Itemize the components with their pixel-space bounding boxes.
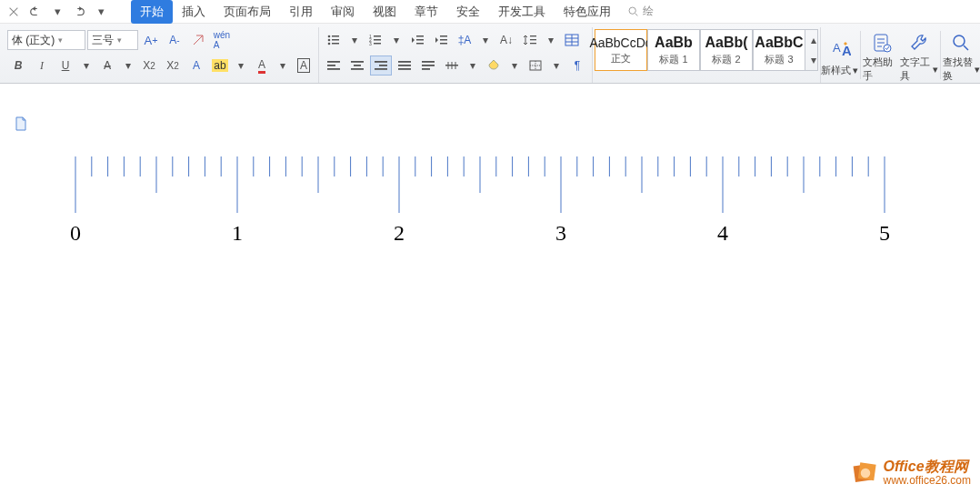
tab-stops-dropdown[interactable]: ▾	[465, 55, 481, 76]
numbering-dropdown[interactable]: ▾	[388, 30, 405, 50]
text-direction-button[interactable]: ‡A	[454, 30, 475, 50]
strikethrough-button[interactable]: A̶	[96, 55, 118, 76]
new-style-button[interactable]: AA 新样式▾	[821, 27, 858, 83]
tab-home[interactable]: 开始	[131, 0, 173, 24]
watermark-url: www.office26.com	[884, 475, 972, 487]
tab-developer[interactable]: 开发工具	[489, 0, 555, 24]
font-color-button[interactable]: A	[251, 55, 273, 76]
bullets-button[interactable]	[323, 30, 345, 50]
svg-point-1	[328, 35, 331, 38]
search-box[interactable]: 绘	[627, 4, 654, 19]
paragraph-mark-button[interactable]: ¶	[566, 55, 588, 76]
undo-dropdown[interactable]: ▾	[47, 2, 67, 22]
svg-rect-8	[374, 35, 381, 37]
tab-view[interactable]: 视图	[364, 0, 405, 24]
bullets-dropdown[interactable]: ▾	[346, 30, 363, 50]
search-input[interactable]: 绘	[643, 4, 654, 19]
svg-text:3: 3	[369, 41, 372, 46]
text-tool-button[interactable]: 文字工具▾	[900, 27, 937, 83]
find-replace-button[interactable]: 查找替换▾	[943, 27, 980, 83]
shading-dropdown[interactable]: ▾	[506, 55, 523, 76]
chevron-down-icon: ▾	[853, 65, 858, 76]
shading-button[interactable]	[483, 55, 505, 76]
chevron-down-icon: ▾	[117, 35, 122, 45]
svg-rect-6	[332, 43, 339, 45]
grow-font-button[interactable]: A+	[140, 30, 162, 50]
increase-indent-button[interactable]	[430, 30, 452, 50]
tab-security[interactable]: 安全	[447, 0, 489, 24]
font-name-value: 体 (正文)	[12, 33, 55, 48]
style-heading1[interactable]: AaBb 标题 1	[647, 29, 700, 71]
text-direction-dropdown[interactable]: ▾	[477, 30, 494, 50]
tab-addins[interactable]: 特色应用	[555, 0, 620, 24]
align-left-button[interactable]	[323, 55, 345, 76]
highlight-dropdown[interactable]: ▾	[233, 55, 249, 76]
svg-rect-36	[422, 65, 435, 66]
subscript-button[interactable]: X2	[162, 55, 184, 76]
styles-scroll-down[interactable]: ▾	[805, 50, 822, 70]
line-spacing-button[interactable]	[519, 30, 541, 50]
font-color-dropdown[interactable]: ▾	[275, 55, 291, 76]
style-heading3[interactable]: AaBbC 标题 3	[753, 29, 805, 71]
svg-rect-10	[374, 39, 381, 41]
italic-button[interactable]: I	[31, 55, 53, 76]
svg-rect-30	[379, 65, 387, 66]
doc-helper-button[interactable]: 文档助手	[863, 27, 900, 83]
char-border-button[interactable]: A	[293, 55, 315, 76]
clear-format-button[interactable]	[187, 30, 209, 50]
strike-dropdown[interactable]: ▾	[120, 55, 136, 76]
svg-rect-21	[530, 43, 536, 44]
undo-button[interactable]	[25, 2, 45, 22]
font-size-value: 三号	[92, 33, 114, 48]
tab-insert[interactable]: 插入	[173, 0, 215, 24]
numbering-button[interactable]: 123	[365, 30, 386, 50]
borders-dropdown[interactable]: ▾	[548, 55, 565, 76]
font-size-combo[interactable]: 三号▾	[87, 30, 138, 50]
phonetic-button[interactable]: wénA	[211, 30, 233, 50]
page-icon	[15, 116, 27, 134]
tab-stops-button[interactable]	[441, 55, 463, 76]
borders-button[interactable]	[525, 55, 546, 76]
redo-button[interactable]	[69, 2, 89, 22]
style-name-label: 标题 3	[765, 53, 793, 66]
qat-dropdown[interactable]: ▾	[91, 2, 111, 22]
sort-button[interactable]: A↓	[495, 30, 517, 50]
svg-rect-4	[332, 39, 339, 41]
tab-review[interactable]: 审阅	[322, 0, 364, 24]
line-spacing-dropdown[interactable]: ▾	[543, 30, 559, 50]
new-style-icon: AA	[827, 36, 853, 62]
align-justify-button[interactable]	[394, 55, 415, 76]
tab-chapters[interactable]: 章节	[405, 0, 447, 24]
style-name-label: 正文	[611, 52, 631, 66]
styles-scroll-up[interactable]: ▴	[805, 30, 822, 50]
font-name-combo[interactable]: 体 (正文)▾	[7, 30, 85, 50]
shrink-font-button[interactable]: A-	[164, 30, 185, 50]
ribbon-tabs: 开始 插入 页面布局 引用 审阅 视图 章节 安全 开发工具 特色应用	[131, 0, 620, 24]
style-preview: AaBbC	[755, 35, 803, 51]
style-heading2[interactable]: AaBb( 标题 2	[700, 29, 753, 71]
tab-references[interactable]: 引用	[280, 0, 322, 24]
svg-text:0: 0	[71, 221, 81, 245]
svg-rect-20	[530, 39, 536, 40]
tab-page-layout[interactable]: 页面布局	[215, 0, 280, 24]
insert-table-button[interactable]	[561, 30, 583, 50]
superscript-button[interactable]: X2	[138, 55, 160, 76]
highlight-button[interactable]: ab	[209, 55, 231, 76]
find-replace-label: 查找替换	[943, 55, 973, 83]
document-area[interactable]: 012345 Office教程网 www.office26.com	[0, 84, 980, 494]
align-distribute-button[interactable]	[417, 55, 439, 76]
underline-dropdown[interactable]: ▾	[78, 55, 95, 76]
align-right-button[interactable]	[370, 55, 392, 76]
doc-helper-icon	[869, 31, 895, 54]
bold-button[interactable]: B	[7, 55, 29, 76]
decrease-indent-button[interactable]	[406, 30, 428, 50]
cut-icon[interactable]	[4, 2, 24, 22]
watermark-title: Office教程网	[884, 459, 972, 475]
align-center-button[interactable]	[346, 55, 368, 76]
underline-button[interactable]: U	[55, 55, 76, 76]
change-case-button[interactable]: A	[185, 55, 207, 76]
svg-rect-17	[440, 39, 447, 41]
font-group: 体 (正文)▾ 三号▾ A+ A- wénA B I U ▾ A̶ ▾ X2 X…	[4, 27, 319, 83]
watermark: Office教程网 www.office26.com	[853, 459, 972, 487]
style-normal[interactable]: AaBbCcDd 正文	[595, 29, 647, 71]
